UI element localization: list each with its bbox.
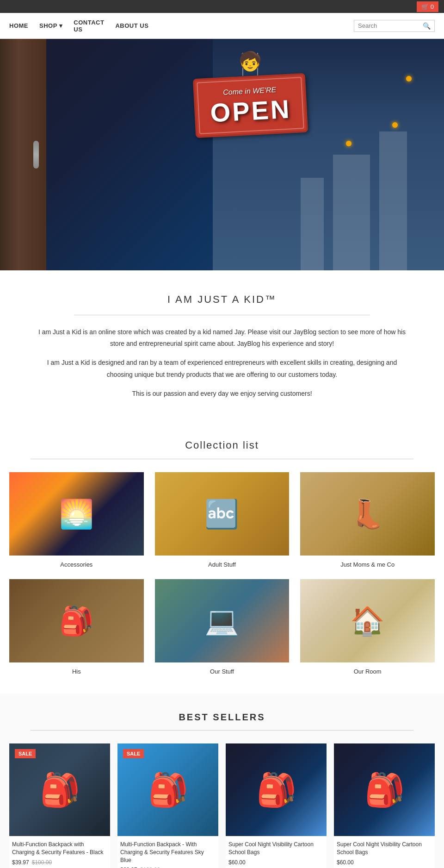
collection-label-ourroom: Our Room (354, 668, 382, 675)
product-info-1: Multi-Function Backpack - With Charging … (117, 836, 218, 868)
price-single-3: $60.00 (337, 859, 354, 866)
product-info-2: Super Cool Night Visibility Cartoon Scho… (226, 836, 327, 868)
about-para2: I am Just a Kid is designed and ran by a… (37, 357, 407, 380)
nav-links: HOME SHOP ▾ CONTACT US ABOUT US (9, 19, 148, 33)
product-icon-0: 🎒 (40, 771, 80, 809)
bestsellers-divider (31, 730, 413, 731)
price-current-0: $39.97 (12, 859, 29, 866)
collection-item-ourroom[interactable]: Our Room (300, 579, 435, 675)
collection-img-adult (155, 472, 290, 556)
top-bar: 🛒 0 (0, 0, 444, 13)
open-sign-container: 🧒 Come in WE'RE OPEN (194, 53, 307, 135)
sign-line1: Come in WE'RE (209, 85, 290, 97)
hero-section: 🧒 Come in WE'RE OPEN (0, 39, 444, 270)
product-info-0: Multi-Function Backpack with Charging & … (9, 836, 110, 868)
collection-title: Collection list (9, 439, 435, 451)
product-card-1[interactable]: SALE 🎒 Multi-Function Backpack - With Ch… (117, 743, 218, 868)
product-img-1: SALE 🎒 (117, 743, 218, 836)
collection-section: Collection list Accessories Adult Stuff … (0, 430, 444, 693)
bestsellers-title: BEST SELLERS (9, 712, 435, 723)
product-name-1: Multi-Function Backpack - With Charging … (120, 841, 216, 864)
product-card-0[interactable]: SALE 🎒 Multi-Function Backpack with Char… (9, 743, 110, 868)
product-icon-2: 🎒 (256, 771, 296, 809)
product-name-3: Super Cool Night Visibility Cartoon Scho… (337, 841, 432, 856)
about-para3: This is our passion and every day we enj… (37, 388, 407, 400)
sale-badge-1: SALE (123, 749, 144, 758)
collection-label-moms: Just Moms & me Co (340, 561, 395, 568)
price-original-0: $100.00 (32, 859, 52, 866)
sale-badge-0: SALE (15, 749, 36, 758)
product-img-3: 🎒 (334, 743, 435, 836)
door-handle (33, 141, 39, 169)
main-nav: HOME SHOP ▾ CONTACT US ABOUT US 🔍 (0, 13, 444, 39)
collection-item-accessories[interactable]: Accessories (9, 472, 144, 568)
chevron-down-icon: ▾ (59, 22, 63, 29)
collection-label-ourstuff: Our Stuff (210, 668, 234, 675)
collection-item-his[interactable]: His (9, 579, 144, 675)
collection-img-his (9, 579, 144, 662)
product-name-0: Multi-Function Backpack with Charging & … (12, 841, 107, 856)
door-element (0, 39, 46, 270)
product-card-3[interactable]: 🎒 Super Cool Night Visibility Cartoon Sc… (334, 743, 435, 868)
collection-divider (31, 459, 413, 459)
product-icon-3: 🎒 (364, 771, 405, 809)
product-name-2: Super Cool Night Visibility Cartoon Scho… (228, 841, 324, 856)
product-info-3: Super Cool Night Visibility Cartoon Scho… (334, 836, 435, 868)
sign-main: OPEN (210, 96, 291, 126)
product-img-0: SALE 🎒 (9, 743, 110, 836)
about-para1: I am Just a Kid is an online store which… (37, 326, 407, 350)
product-img-2: 🎒 (226, 743, 327, 836)
cart-icon: 🛒 (421, 3, 429, 10)
about-section: I AM JUST A KID™ I am Just a Kid is an o… (0, 270, 444, 430)
nav-about[interactable]: ABOUT US (115, 22, 148, 29)
open-sign: Come in WE'RE OPEN (193, 73, 308, 138)
product-icon-1: 🎒 (148, 771, 188, 809)
collection-img-moms (300, 472, 435, 556)
collection-img-ourstuff (155, 579, 290, 662)
collection-label-accessories: Accessories (60, 561, 92, 568)
collection-item-moms[interactable]: Just Moms & me Co (300, 472, 435, 568)
character-figure: 🧒 (239, 50, 262, 72)
product-prices-0: $39.97 $100.00 (12, 859, 107, 866)
search-icon: 🔍 (423, 22, 431, 30)
collection-label-adult: Adult Stuff (208, 561, 236, 568)
collection-img-accessories (9, 472, 144, 556)
collection-item-ourstuff[interactable]: Our Stuff (155, 579, 290, 675)
collection-grid: Accessories Adult Stuff Just Moms & me C… (9, 472, 435, 675)
cart-count: 0 (431, 3, 434, 10)
price-single-2: $60.00 (228, 859, 246, 866)
nav-home[interactable]: HOME (9, 22, 28, 29)
product-card-2[interactable]: 🎒 Super Cool Night Visibility Cartoon Sc… (226, 743, 327, 868)
about-title: I AM JUST A KID™ (37, 293, 407, 306)
bestsellers-section: BEST SELLERS SALE 🎒 Multi-Function Backp… (0, 693, 444, 868)
nav-contact[interactable]: CONTACT US (74, 19, 104, 33)
about-divider (74, 315, 370, 315)
product-prices-2: $60.00 (228, 859, 324, 866)
collection-img-ourroom (300, 579, 435, 662)
search-input[interactable] (358, 22, 423, 29)
search-button[interactable]: 🔍 (423, 22, 431, 30)
nav-shop[interactable]: SHOP ▾ (39, 22, 62, 29)
cart-button[interactable]: 🛒 0 (417, 1, 438, 12)
product-prices-3: $60.00 (337, 859, 432, 866)
collection-label-his: His (72, 668, 81, 675)
search-bar: 🔍 (354, 20, 435, 32)
collection-item-adult[interactable]: Adult Stuff (155, 472, 290, 568)
products-grid: SALE 🎒 Multi-Function Backpack with Char… (9, 743, 435, 868)
